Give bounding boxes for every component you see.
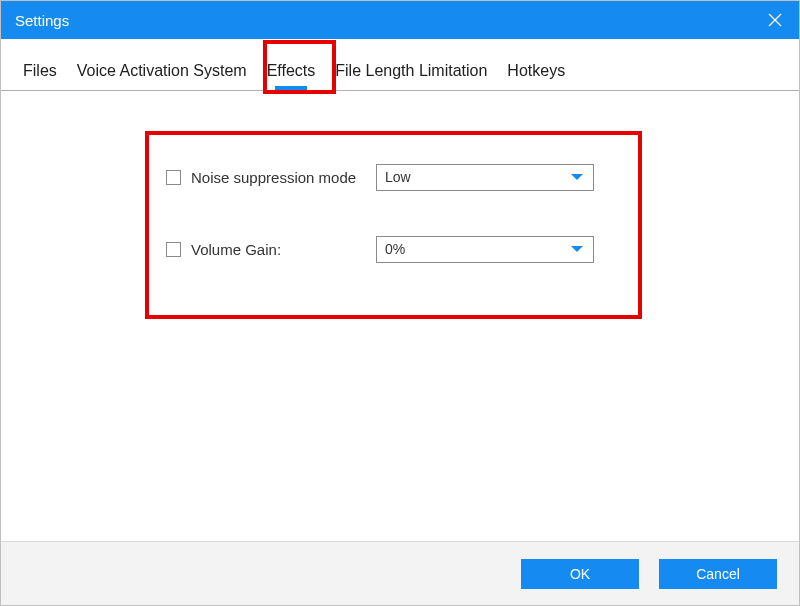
noise-suppression-label: Noise suppression mode [191, 169, 356, 186]
window-title: Settings [15, 12, 69, 29]
noise-suppression-value: Low [385, 169, 411, 185]
tab-files[interactable]: Files [23, 62, 57, 90]
ok-button[interactable]: OK [521, 559, 639, 589]
volume-gain-left: Volume Gain: [166, 241, 376, 258]
tab-voice-activation-system[interactable]: Voice Activation System [77, 62, 247, 90]
tabs-row: Files Voice Activation System Effects Fi… [1, 39, 799, 91]
tab-hotkeys[interactable]: Hotkeys [507, 62, 565, 90]
volume-gain-checkbox[interactable] [166, 242, 181, 257]
volume-gain-label: Volume Gain: [191, 241, 281, 258]
noise-suppression-select[interactable]: Low [376, 164, 594, 191]
tab-effects[interactable]: Effects [267, 62, 316, 90]
tab-file-length-limitation[interactable]: File Length Limitation [335, 62, 487, 90]
chevron-down-icon [571, 246, 583, 252]
noise-suppression-left: Noise suppression mode [166, 169, 376, 186]
titlebar: Settings [1, 1, 799, 39]
volume-gain-select[interactable]: 0% [376, 236, 594, 263]
cancel-button[interactable]: Cancel [659, 559, 777, 589]
close-button[interactable] [751, 1, 799, 39]
content-area: Noise suppression mode Low Volume Gain: … [1, 91, 799, 541]
settings-window: Settings Files Voice Activation System E… [0, 0, 800, 606]
footer: OK Cancel [1, 541, 799, 605]
close-icon [768, 13, 782, 27]
noise-suppression-checkbox[interactable] [166, 170, 181, 185]
noise-suppression-row: Noise suppression mode Low [166, 163, 799, 191]
volume-gain-row: Volume Gain: 0% [166, 235, 799, 263]
chevron-down-icon [571, 174, 583, 180]
volume-gain-value: 0% [385, 241, 405, 257]
